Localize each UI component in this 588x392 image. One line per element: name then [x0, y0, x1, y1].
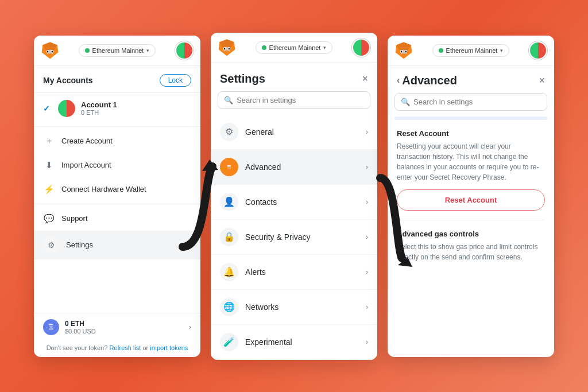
- header-left: [41, 41, 59, 60]
- settings-experimental-item[interactable]: 🧪 Experimental ›: [211, 325, 377, 360]
- settings-title-bar: Settings ×: [211, 63, 377, 91]
- advanced-close-button[interactable]: ×: [539, 75, 545, 86]
- security-chevron-icon: ›: [366, 233, 368, 241]
- svg-point-6: [47, 51, 49, 52]
- header-left-3: [394, 41, 413, 60]
- account-avatar-header-2[interactable]: [352, 38, 370, 57]
- create-account-label: Create Account: [61, 137, 113, 145]
- general-chevron-icon: ›: [366, 128, 368, 136]
- gas-controls-desc: Select this to show gas price and limit …: [397, 242, 545, 262]
- import-account-label: Import Account: [61, 161, 111, 169]
- networks-label: Networks: [245, 302, 359, 312]
- network-name-3: Ethereum Mainnet: [446, 47, 498, 54]
- settings-close-button[interactable]: ×: [362, 73, 368, 84]
- experimental-chevron-icon: ›: [366, 338, 368, 346]
- network-chevron-3-icon: ▾: [500, 48, 503, 53]
- advanced-search-box[interactable]: 🔍: [394, 93, 547, 111]
- settings-content: Settings × 🔍 ⚙ General › ≡ Advanced › 👤 …: [211, 63, 377, 360]
- settings-general-item[interactable]: ⚙ General ›: [211, 115, 377, 150]
- settings-advanced-item[interactable]: ≡ Advanced ›: [211, 150, 377, 185]
- menu-divider-2: [34, 204, 200, 204]
- svg-point-22: [401, 51, 403, 52]
- advanced-title-bar: ‹ Advanced ×: [388, 66, 554, 93]
- svg-point-7: [52, 51, 53, 52]
- account-info: Account 1 0 ETH: [81, 100, 191, 116]
- import-account-icon: ⬇: [43, 160, 55, 171]
- header-left-2: [218, 38, 236, 57]
- account-avatar-header-3[interactable]: [529, 41, 547, 60]
- account-avatar-header[interactable]: [175, 41, 194, 60]
- network-selector[interactable]: Ethereum Mainnet ▾: [79, 44, 156, 57]
- settings-item[interactable]: ⚙ Settings: [34, 231, 200, 259]
- connect-hardware-label: Connect Hardware Wallet: [61, 185, 146, 193]
- advanced-label: Advanced: [245, 162, 359, 172]
- settings-alerts-item[interactable]: 🔔 Alerts ›: [211, 255, 377, 290]
- account-check-icon: ✓: [43, 104, 52, 113]
- network-chevron-icon: ▾: [146, 48, 149, 53]
- settings-security-item[interactable]: 🔒 Security & Privacy ›: [211, 220, 377, 255]
- create-account-icon: ＋: [43, 135, 55, 147]
- alerts-chevron-icon: ›: [366, 268, 368, 276]
- reset-account-desc: Resetting your account will clear your t…: [397, 141, 545, 183]
- networks-chevron-icon: ›: [366, 303, 368, 311]
- settings-search-box[interactable]: 🔍: [218, 91, 370, 109]
- settings-contacts-item[interactable]: 👤 Contacts ›: [211, 185, 377, 220]
- settings-networks-item[interactable]: 🌐 Networks ›: [211, 290, 377, 325]
- bottom-bar[interactable]: Ξ 0 ETH $0.00 USD ›: [34, 313, 200, 341]
- experimental-label: Experimental: [245, 337, 359, 347]
- settings-panel: Ethereum Mainnet ▾ Settings × 🔍 ⚙ Genera…: [211, 33, 377, 360]
- settings-title: Settings: [220, 72, 265, 86]
- panel1-header: Ethereum Mainnet ▾: [34, 36, 200, 66]
- advanced-chevron-icon: ›: [366, 163, 368, 171]
- settings-icon: ⚙: [43, 237, 59, 253]
- import-tokens-link[interactable]: import tokens: [150, 344, 188, 351]
- token-refresh-bar: Don't see your token? Refresh list or im…: [34, 341, 200, 357]
- network-name: Ethereum Mainnet: [92, 47, 144, 54]
- contacts-label: Contacts: [245, 197, 359, 207]
- support-label: Support: [61, 214, 88, 223]
- network-dot-2: [262, 45, 266, 50]
- reset-account-button[interactable]: Reset Account: [397, 189, 545, 211]
- networks-icon: 🌐: [220, 298, 238, 316]
- experimental-icon: 🧪: [220, 333, 238, 351]
- accounts-panel: Ethereum Mainnet ▾ My Accounts Lock ✓ Ac…: [34, 36, 200, 357]
- contacts-icon: 👤: [220, 193, 238, 211]
- account-avatar: [58, 100, 75, 117]
- reset-account-title: Reset Account: [397, 129, 545, 138]
- metamask-logo: [41, 41, 59, 60]
- account-item[interactable]: ✓ Account 1 0 ETH: [34, 93, 200, 124]
- account-name: Account 1: [81, 100, 191, 109]
- network-dot-3: [439, 48, 443, 53]
- network-chevron-2-icon: ▾: [323, 45, 326, 51]
- network-selector-2[interactable]: Ethereum Mainnet ▾: [256, 41, 333, 54]
- panel3-header: Ethereum Mainnet ▾: [388, 36, 554, 66]
- connect-hardware-item[interactable]: ⚡ Connect Hardware Wallet: [34, 177, 200, 201]
- general-label: General: [245, 127, 359, 137]
- advanced-search-input[interactable]: [413, 98, 541, 106]
- menu-divider-1: [34, 126, 200, 127]
- alerts-label: Alerts: [245, 267, 359, 277]
- network-status-dot: [85, 48, 90, 53]
- account-eth: 0 ETH: [81, 109, 191, 116]
- svg-point-23: [405, 51, 407, 52]
- settings-label: Settings: [66, 240, 93, 249]
- eth-icon: Ξ: [43, 319, 59, 335]
- support-item[interactable]: 💬 Support: [34, 207, 200, 231]
- network-selector-3[interactable]: Ethereum Mainnet ▾: [432, 44, 510, 57]
- search-icon: 🔍: [224, 96, 233, 104]
- settings-search-input[interactable]: [237, 96, 364, 104]
- import-account-item[interactable]: ⬇ Import Account: [34, 153, 200, 177]
- my-accounts-title: My Accounts: [43, 76, 93, 85]
- lock-button[interactable]: Lock: [160, 74, 191, 87]
- advanced-icon: ≡: [220, 158, 238, 176]
- panel2-header: Ethereum Mainnet ▾: [211, 33, 377, 63]
- gas-controls-title: Advanced gas controls: [397, 230, 545, 238]
- create-account-item[interactable]: ＋ Create Account: [34, 129, 200, 153]
- eth-usd: $0.00 USD: [65, 328, 183, 335]
- back-chevron-icon: ‹: [397, 75, 400, 86]
- refresh-list-link[interactable]: Refresh list: [109, 344, 141, 351]
- eth-balance-info: 0 ETH $0.00 USD: [65, 320, 183, 335]
- svg-point-15: [229, 48, 230, 49]
- advanced-title: Advanced: [402, 74, 457, 87]
- back-button[interactable]: ‹ Advanced: [397, 74, 457, 87]
